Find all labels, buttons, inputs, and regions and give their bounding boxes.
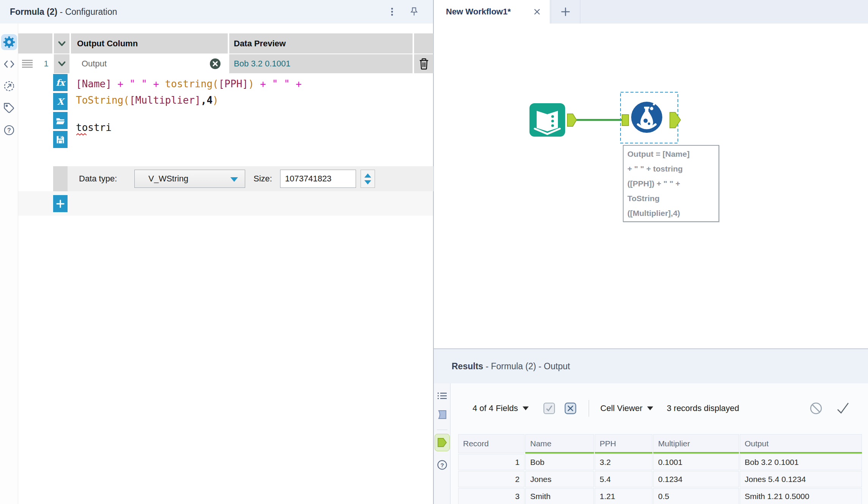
green-underline [595, 452, 652, 454]
tag-icon[interactable] [1, 100, 17, 116]
table-cell[interactable]: Bob [525, 454, 594, 470]
add-output-column-button[interactable] [53, 195, 68, 212]
formula-grid: Output Column Data Preview 1 [18, 24, 433, 504]
table-cell[interactable]: 0.1001 [653, 454, 739, 470]
column-header-name[interactable]: Name [525, 434, 594, 453]
apply-checkmark-icon[interactable] [835, 401, 851, 416]
text-input-output-anchor[interactable] [567, 114, 577, 126]
formula-input-anchor[interactable] [622, 115, 629, 126]
column-header-pph[interactable]: PPH [595, 434, 652, 453]
table-cell[interactable]: 1 [458, 454, 525, 470]
table-cell[interactable]: 1.21 [595, 488, 652, 504]
workflow-canvas[interactable]: Output = [Name] + " " + tostring ([PPH])… [434, 24, 868, 348]
code-icon[interactable] [1, 56, 17, 72]
chevron-down-icon [230, 177, 238, 182]
formula-output-anchor[interactable] [670, 112, 681, 128]
table-cell[interactable]: Smith [525, 488, 594, 504]
column-header-output[interactable]: Output [740, 434, 862, 453]
code-token: ) [248, 78, 254, 90]
configuration-iconbar: ? [0, 24, 18, 504]
code-token: ,4 [201, 94, 213, 106]
table-cell[interactable]: 0.1234 [653, 471, 739, 487]
configuration-suffix: - Configuration [57, 7, 117, 17]
column-header-multiplier[interactable]: Multiplier [653, 434, 739, 453]
code-token [112, 78, 118, 90]
code-token [254, 78, 260, 90]
code-line: ToString([Multiplier],4) [76, 92, 302, 109]
select-all-checkbox-icon[interactable] [542, 402, 556, 415]
report-view-icon[interactable] [434, 409, 451, 421]
results-help-icon[interactable]: ? [434, 459, 451, 471]
code-token [266, 78, 272, 90]
code-token: + [118, 78, 124, 90]
new-tab-button[interactable] [551, 0, 580, 24]
size-stepper[interactable] [361, 170, 375, 188]
output-name-value: Output [82, 59, 107, 69]
delete-row-button[interactable] [414, 54, 433, 73]
tool-annotation[interactable]: Output = [Name] + " " + tostring ([PPH])… [623, 145, 719, 222]
output-anchor-button[interactable] [435, 434, 450, 451]
table-cell[interactable]: Bob 3.2 0.1001 [740, 454, 862, 470]
code-token: + [260, 78, 266, 90]
stepper-down-icon[interactable] [364, 180, 371, 184]
grid-header-spacer [18, 33, 52, 54]
open-example-icon[interactable] [1, 78, 17, 94]
table-cell[interactable]: 3.2 [595, 454, 652, 470]
expression-editor[interactable]: [Name] + " " + tostring([PPH]) + " " +To… [76, 76, 302, 109]
text-input-tool[interactable] [529, 103, 565, 137]
table-cell[interactable]: 0.5 [653, 488, 739, 504]
green-underline [740, 452, 862, 454]
no-highlight-icon[interactable] [809, 401, 823, 416]
size-input[interactable]: 1073741823 [280, 170, 356, 188]
code-token: " " [272, 78, 290, 90]
code-token: [Multiplier] [129, 94, 201, 106]
fields-dropdown[interactable]: 4 of 4 Fields [473, 403, 518, 413]
strip-divider [437, 430, 447, 430]
table-cell[interactable]: 5.4 [595, 471, 652, 487]
variables-icon[interactable]: X [53, 93, 68, 110]
row-drag-handle[interactable] [18, 54, 40, 73]
fx-glyph: fx [56, 77, 65, 88]
row-collapse-chevron-icon[interactable] [54, 54, 69, 73]
fields-caret-icon[interactable] [523, 406, 529, 410]
datatype-select[interactable]: V_WString [134, 170, 245, 188]
save-expression-icon[interactable] [53, 131, 68, 148]
code-token: tostring( [165, 78, 219, 90]
open-expression-icon[interactable] [53, 112, 68, 129]
datatype-row-stub [53, 166, 68, 191]
functions-icon[interactable]: fx [53, 74, 68, 91]
workflow-tabbar: New Workflow1* [434, 0, 868, 24]
table-cell[interactable]: Jones 5.4 0.1234 [740, 471, 862, 487]
table-cell[interactable]: 2 [458, 471, 525, 487]
code-token [123, 78, 129, 90]
metadata-view-icon[interactable] [434, 390, 451, 402]
cell-viewer-dropdown[interactable]: Cell Viewer [600, 403, 643, 413]
results-table: Record Name PPH Multiplier Output 1Bob3.… [457, 433, 863, 504]
close-tab-icon[interactable] [532, 7, 542, 17]
more-options-icon[interactable] [384, 4, 400, 19]
formula-tool[interactable] [631, 102, 662, 133]
collapse-all-chevron-icon[interactable] [54, 33, 69, 54]
expression-typed-line[interactable]: tostri [76, 122, 112, 133]
column-header-record[interactable]: Record [458, 434, 525, 453]
clear-icon[interactable] [210, 58, 221, 69]
tool-name: Formula (2) [10, 7, 57, 17]
stepper-up-icon[interactable] [364, 173, 371, 178]
datatype-row [68, 166, 433, 191]
pin-icon[interactable] [406, 4, 422, 19]
table-cell[interactable]: 3 [458, 488, 525, 504]
expression-toolbar: fx X [53, 74, 68, 148]
grid-header-actions-spacer [414, 33, 433, 54]
gear-icon[interactable] [1, 34, 17, 50]
output-name-input[interactable]: Output [71, 54, 228, 73]
help-icon[interactable]: ? [1, 122, 17, 138]
deselect-all-icon[interactable] [564, 402, 577, 415]
table-cell[interactable]: Smith 1.21 0.5000 [740, 488, 862, 504]
table-cell[interactable]: Jones [525, 471, 594, 487]
results-toolbar: 4 of 4 Fields Cell Viewer [451, 383, 868, 433]
code-token [159, 78, 165, 90]
tab-new-workflow1[interactable]: New Workflow1* [434, 0, 550, 24]
code-token [290, 78, 296, 90]
datatype-label: Data type: [79, 166, 117, 191]
cell-viewer-caret-icon[interactable] [647, 406, 653, 410]
